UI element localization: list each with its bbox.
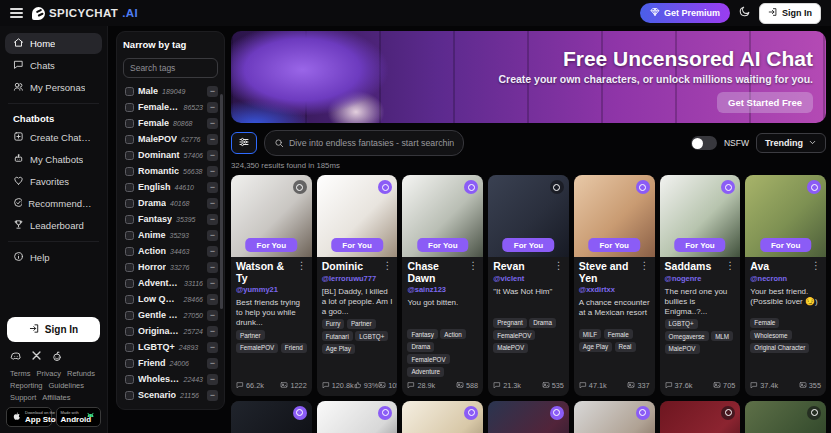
tag-row[interactable]: English44610− <box>123 179 218 195</box>
tag-exclude-button[interactable]: − <box>207 310 218 321</box>
footer-link-reporting[interactable]: Reporting <box>10 381 43 390</box>
character-image[interactable]: For You <box>574 401 655 433</box>
character-image[interactable]: For You <box>402 401 483 433</box>
footer-link-privacy[interactable]: Privacy <box>36 369 61 378</box>
character-card[interactable]: For You <box>745 401 826 433</box>
character-tag[interactable]: Furry <box>322 319 345 329</box>
tag-exclude-button[interactable]: − <box>207 390 218 401</box>
sign-in-button-sidebar[interactable]: Sign In <box>7 317 100 342</box>
footer-link-terms[interactable]: Terms <box>10 369 30 378</box>
character-tag[interactable]: MLM <box>711 331 733 341</box>
character-tag[interactable]: Age Play <box>579 342 612 352</box>
tag-row[interactable]: MalePOV62776− <box>123 131 218 147</box>
tag-checkbox[interactable] <box>125 375 134 384</box>
tag-checkbox[interactable] <box>125 119 134 128</box>
tag-row[interactable]: LGBTQ+24893− <box>123 339 218 355</box>
tag-checkbox[interactable] <box>125 391 134 400</box>
character-tag[interactable]: FemalePOV <box>407 354 449 364</box>
tag-checkbox[interactable] <box>125 151 134 160</box>
tag-row[interactable]: Anime35293− <box>123 227 218 243</box>
sidebar-item-help[interactable]: Help <box>5 247 102 268</box>
filters-button[interactable] <box>231 132 257 154</box>
character-tag[interactable]: Wholesome <box>750 330 791 340</box>
tag-row[interactable]: Male189049− <box>123 83 218 99</box>
kebab-menu-icon[interactable]: ⋮ <box>723 261 735 271</box>
character-tag[interactable]: Fantasy <box>407 329 437 339</box>
footer-link-affiliates[interactable]: Affiliates <box>42 393 70 402</box>
kebab-menu-icon[interactable]: ⋮ <box>466 261 478 271</box>
sidebar-item-create-chatbot[interactable]: Create Chatbot <box>5 127 102 148</box>
character-card[interactable]: For You <box>317 401 398 433</box>
character-image[interactable]: For You <box>745 401 826 433</box>
character-tag[interactable]: Pregnant <box>493 318 527 328</box>
character-name[interactable]: Revan <box>493 261 552 273</box>
tag-exclude-button[interactable]: − <box>207 102 218 113</box>
character-tag[interactable]: MILF <box>579 329 601 339</box>
character-tag[interactable]: Partner <box>236 330 265 340</box>
character-tag[interactable]: FemalePOV <box>236 343 278 353</box>
character-tag[interactable]: Drama <box>529 318 556 328</box>
get-premium-button[interactable]: Get Premium <box>640 3 730 23</box>
kebab-menu-icon[interactable]: ⋮ <box>552 261 564 271</box>
tag-row[interactable]: Fantasy35395− <box>123 211 218 227</box>
character-card[interactable]: For You <box>488 401 569 433</box>
kebab-menu-icon[interactable]: ⋮ <box>809 261 821 271</box>
tag-search-input[interactable] <box>123 58 218 78</box>
character-card[interactable]: For You <box>231 401 312 433</box>
tag-row[interactable]: Drama40168− <box>123 195 218 211</box>
sort-dropdown[interactable]: Trending <box>756 133 826 153</box>
android-badge[interactable]: Made withAndroid <box>56 407 102 427</box>
character-name[interactable]: Saddams <box>665 261 724 273</box>
tag-exclude-button[interactable]: − <box>207 150 218 161</box>
tag-list-scrollbar[interactable] <box>220 94 223 309</box>
tag-row[interactable]: Original Ch...25724− <box>123 323 218 339</box>
tag-checkbox[interactable] <box>125 327 134 336</box>
character-image[interactable]: For You <box>231 175 312 257</box>
sign-in-button-top[interactable]: Sign In <box>759 3 821 24</box>
tag-checkbox[interactable] <box>125 311 134 320</box>
sidebar-item-chats[interactable]: Chats <box>5 55 102 76</box>
tag-exclude-button[interactable]: − <box>207 86 218 97</box>
creator-username[interactable]: @sainz123 <box>407 285 478 294</box>
dark-mode-toggle[interactable] <box>738 5 751 21</box>
tag-row[interactable]: FemalePOV86523− <box>123 99 218 115</box>
creator-username[interactable]: @xxdirtxx <box>579 285 650 294</box>
creator-username[interactable]: @necronn <box>750 274 821 283</box>
sidebar-item-my-personas[interactable]: My Personas <box>5 77 102 98</box>
app-store-badge[interactable]: Download on theApp Store <box>6 407 52 427</box>
character-tag[interactable]: Friend <box>281 343 307 353</box>
tag-checkbox[interactable] <box>125 167 134 176</box>
footer-link-guidelines[interactable]: Guidelines <box>49 381 84 390</box>
character-image[interactable]: For You <box>745 175 826 257</box>
sidebar-item-recommendations[interactable]: Recommendations <box>5 193 102 214</box>
character-card[interactable]: For You Saddams ⋮ @nogenre The nerd one … <box>660 175 741 396</box>
get-started-button[interactable]: Get Started Free <box>717 92 813 113</box>
tag-checkbox[interactable] <box>125 215 134 224</box>
tag-checkbox[interactable] <box>125 343 134 352</box>
character-tag[interactable]: Adventure <box>407 367 444 377</box>
character-image[interactable]: For You <box>488 175 569 257</box>
tag-row[interactable]: Gentle Dom27050− <box>123 307 218 323</box>
character-tag[interactable]: Female <box>750 318 779 328</box>
character-image[interactable]: For You <box>317 401 398 433</box>
creator-username[interactable]: @yummy21 <box>236 285 307 294</box>
tag-row[interactable]: Friend24006− <box>123 355 218 371</box>
tag-row[interactable]: Scenario21156− <box>123 387 218 403</box>
tag-exclude-button[interactable]: − <box>207 230 218 241</box>
nsfw-toggle[interactable] <box>691 136 717 150</box>
character-name[interactable]: Steve and Yen <box>579 261 638 284</box>
logo[interactable]: SPICYCHAT.AI <box>32 7 138 20</box>
character-tag[interactable]: Real <box>615 342 636 352</box>
hamburger-menu-icon[interactable] <box>10 8 23 18</box>
character-tag[interactable]: Original Character <box>750 343 809 353</box>
kebab-menu-icon[interactable]: ⋮ <box>295 261 307 271</box>
tag-checkbox[interactable] <box>125 295 134 304</box>
kebab-menu-icon[interactable]: ⋮ <box>638 261 650 271</box>
creator-username[interactable]: @viclent <box>493 274 564 283</box>
character-tag[interactable]: FemalePOV <box>493 330 535 340</box>
tag-row[interactable]: Romantic56638− <box>123 163 218 179</box>
tag-checkbox[interactable] <box>125 279 134 288</box>
discord-icon[interactable] <box>10 350 22 362</box>
character-tag[interactable]: Action <box>440 329 466 339</box>
character-tag[interactable]: Age Play <box>322 344 355 354</box>
